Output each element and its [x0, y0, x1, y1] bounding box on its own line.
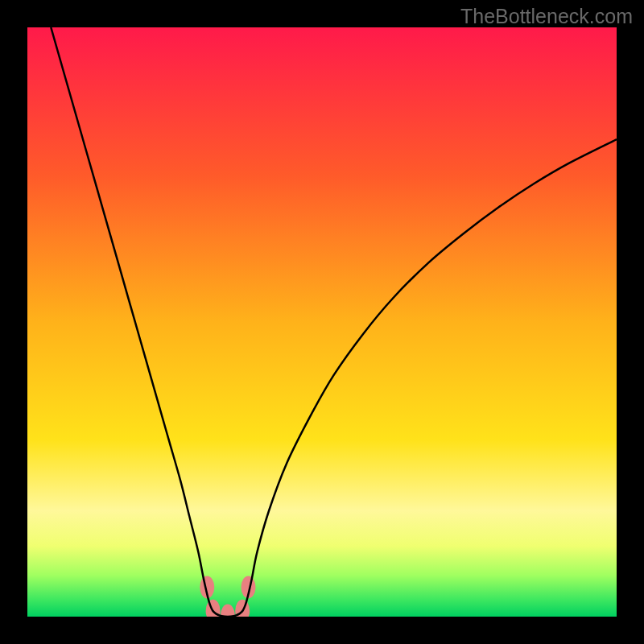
chart-svg	[27, 27, 617, 617]
watermark-text: TheBottleneck.com	[460, 5, 633, 28]
chart-plot-area	[27, 27, 617, 617]
chart-background	[27, 27, 617, 617]
